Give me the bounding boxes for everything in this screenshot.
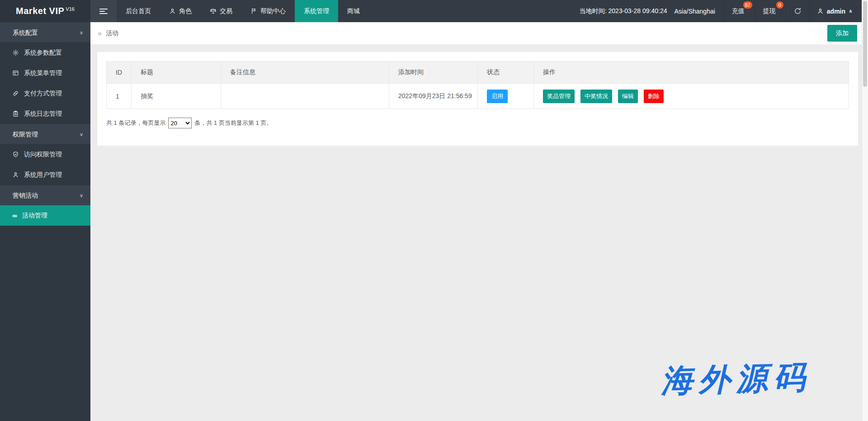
withdraw-count-badge: 0	[776, 1, 783, 9]
nav-item-label: 帮助中心	[260, 7, 286, 15]
cell-id: 1	[107, 84, 132, 109]
person-icon	[12, 171, 19, 178]
refresh-icon	[794, 7, 802, 15]
top-navbar: Market VIP V16 后台首页 角色 交易 帮助中心 系统管理 商城 当…	[0, 0, 862, 22]
sidebar-item-label: 系统菜单管理	[24, 69, 62, 77]
table-row: 1 抽奖 2022年09月23日 21:56:59 启用 奖品管理 中奖情况 编…	[107, 84, 849, 109]
sidebar-item-system-menu[interactable]: 系统菜单管理	[0, 63, 90, 83]
sidebar-group-label: 权限管理	[13, 131, 38, 138]
sidebar-item-label: 活动管理	[22, 212, 47, 220]
sidebar-item-system-params[interactable]: 系统参数配置	[0, 43, 90, 63]
sidebar: 系统配置 ∨ 系统参数配置 系统菜单管理 支付方式管理 系统日志管理 权限管理 …	[0, 22, 90, 421]
add-button[interactable]: 添加	[827, 25, 857, 42]
infinity-icon: ∞	[12, 212, 17, 219]
pagination: 共 1 条记录，每页显示 20 条，共 1 页当前显示第 1 页。	[106, 118, 849, 128]
nav-item-label: 系统管理	[304, 7, 329, 15]
recharge-count-badge: 87	[743, 1, 752, 9]
sidebar-item-access-permissions[interactable]: 访问权限管理	[0, 144, 90, 165]
chevron-down-icon: ∨	[80, 132, 83, 137]
page-scrollbar-thumb[interactable]	[863, 1, 867, 87]
sidebar-item-label: 系统用户管理	[24, 171, 62, 179]
col-header-id: ID	[107, 61, 132, 84]
prize-management-button[interactable]: 奖品管理	[543, 90, 575, 103]
col-header-title: 标题	[132, 61, 221, 84]
cell-status: 启用	[478, 84, 534, 109]
breadcrumb-label: 活动	[106, 29, 118, 38]
sidebar-group-label: 营销活动	[13, 192, 38, 199]
col-header-added-time: 添加时间	[389, 61, 478, 84]
col-header-remark: 备注信息	[221, 61, 389, 84]
navbar-right: 当地时间: 2023-03-28 09:40:24 Asia/Shanghai …	[571, 0, 862, 22]
nav-item-system-management[interactable]: 系统管理	[295, 0, 338, 22]
sidebar-group-system-config[interactable]: 系统配置 ∨	[0, 22, 90, 43]
cell-remark	[221, 84, 389, 109]
cell-actions: 奖品管理 中奖情况 编辑 删除	[534, 84, 849, 109]
page-size-select[interactable]: 20	[168, 118, 192, 128]
app-version: V16	[66, 6, 75, 12]
shield-check-icon	[12, 151, 19, 158]
username: admin	[827, 8, 845, 15]
col-header-status: 状态	[478, 61, 534, 84]
nav-item-help-center[interactable]: 帮助中心	[241, 0, 295, 22]
pagination-suffix: 条，共 1 页当前显示第 1 页。	[194, 119, 272, 127]
nav-item-label: 后台首页	[126, 7, 151, 15]
refresh-button[interactable]	[786, 0, 809, 22]
sidebar-item-system-logs[interactable]: 系统日志管理	[0, 104, 90, 124]
app-logo: Market VIP V16	[0, 0, 90, 22]
winning-status-button[interactable]: 中奖情况	[580, 90, 612, 103]
link-icon	[12, 90, 19, 97]
local-time: 当地时间: 2023-03-28 09:40:24 Asia/Shanghai	[571, 0, 723, 22]
nav-item-mall[interactable]: 商城	[338, 0, 369, 22]
hamburger-icon	[99, 7, 108, 15]
status-toggle-button[interactable]: 启用	[487, 90, 508, 103]
flag-icon	[250, 8, 257, 14]
page-scrollbar-track	[862, 0, 868, 421]
nav-item-trade[interactable]: 交易	[201, 0, 241, 22]
sidebar-group-label: 系统配置	[13, 29, 38, 36]
window-icon	[12, 70, 19, 76]
recharge-button[interactable]: 充值 87	[723, 0, 755, 22]
timezone-text: Asia/Shanghai	[675, 8, 715, 15]
clipboard-icon	[12, 110, 19, 117]
sidebar-group-marketing[interactable]: 营销活动 ∨	[0, 185, 90, 205]
sidebar-item-label: 支付方式管理	[24, 90, 62, 98]
recharge-label: 充值	[732, 7, 745, 15]
user-menu[interactable]: admin ∧	[809, 0, 862, 22]
gear-icon	[12, 49, 19, 56]
cell-added-time: 2022年09月23日 21:56:59	[389, 84, 478, 109]
cell-title: 抽奖	[132, 84, 221, 109]
watermark-text: 海外源码	[660, 356, 811, 403]
user-icon	[817, 8, 824, 14]
activity-table-card: ID 标题 备注信息 添加时间 状态 操作 1 抽奖 2022年09月23日 2…	[97, 52, 858, 146]
withdraw-button[interactable]: 提现 0	[755, 0, 786, 22]
sidebar-item-label: 访问权限管理	[24, 151, 62, 159]
main-content: » 活动 添加 ID 标题 备注信息 添加时间 状态 操作	[90, 22, 862, 146]
chevron-down-icon: ∨	[80, 30, 83, 35]
nav-item-label: 交易	[220, 7, 232, 15]
sidebar-item-system-users[interactable]: 系统用户管理	[0, 165, 90, 185]
chevron-up-icon: ∧	[849, 9, 853, 14]
local-time-text: 当地时间: 2023-03-28 09:40:24	[580, 7, 667, 15]
pagination-prefix: 共 1 条记录，每页显示	[106, 119, 165, 127]
table-header-row: ID 标题 备注信息 添加时间 状态 操作	[107, 61, 849, 84]
withdraw-label: 提现	[763, 7, 776, 15]
sidebar-collapse-button[interactable]	[90, 0, 117, 22]
app-title: Market VIP	[16, 6, 64, 16]
sidebar-item-payment-methods[interactable]: 支付方式管理	[0, 83, 90, 104]
sidebar-group-permissions[interactable]: 权限管理 ∨	[0, 124, 90, 144]
nav-item-dashboard[interactable]: 后台首页	[117, 0, 160, 22]
person-icon	[169, 8, 176, 14]
nav-item-roles[interactable]: 角色	[160, 0, 201, 22]
sidebar-item-activity-management[interactable]: ∞ 活动管理	[0, 205, 90, 226]
breadcrumb-arrow-icon: »	[98, 29, 102, 38]
nav-item-label: 商城	[347, 7, 360, 15]
sidebar-item-label: 系统日志管理	[24, 110, 62, 118]
scales-icon	[210, 8, 217, 14]
chevron-down-icon: ∨	[80, 193, 83, 198]
nav-item-label: 角色	[179, 7, 192, 15]
breadcrumb-bar: » 活动 添加	[90, 22, 862, 44]
activity-table: ID 标题 备注信息 添加时间 状态 操作 1 抽奖 2022年09月23日 2…	[106, 61, 849, 109]
delete-button[interactable]: 删除	[644, 90, 664, 103]
col-header-actions: 操作	[534, 61, 849, 84]
edit-button[interactable]: 编辑	[618, 90, 638, 103]
